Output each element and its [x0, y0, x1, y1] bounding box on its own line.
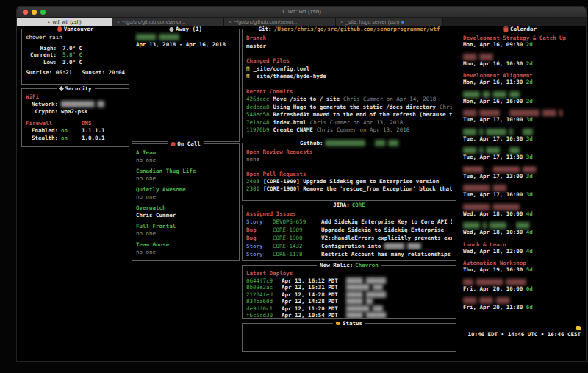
- tab-close-icon[interactable]: ×: [229, 19, 232, 24]
- issue-type: Story: [246, 218, 273, 226]
- firewall-dns-columns: Firewall Enabled: on Stealth: on DNS 1.1…: [26, 120, 125, 142]
- team-member: no one: [136, 175, 235, 182]
- tab-close-icon[interactable]: ×: [117, 19, 120, 24]
- issue-type: Bug: [246, 234, 273, 242]
- oncall-team: Quietly Awesome no one: [136, 186, 235, 200]
- weather-sun-row: Sunrise: 06:21 Sunset: 20:04: [26, 69, 125, 77]
- calendar-event: ████ ████ ████Fri, Apr 20, 11:30 6d: [463, 297, 577, 310]
- commit-hash: 426dcee: [246, 96, 270, 102]
- deploy-row: 0644f7c9Apr 13, 16:12 PDT█████ ██████: [246, 277, 452, 285]
- close-window-button[interactable]: [23, 10, 28, 15]
- weather-current-label: Current:: [26, 51, 57, 59]
- issue-summary-text: Configuration into: [321, 243, 381, 249]
- weather-low-row: Low: 3.0° C: [26, 59, 125, 66]
- deploy-author-redacted: █████ ██: [346, 298, 373, 305]
- event-datetime: Tue, Apr 17, 13:00 3d: [463, 173, 577, 180]
- event-days-until: 5d: [526, 266, 533, 273]
- event-datetime: Mon, Apr 16, 16:00 2d: [463, 98, 577, 104]
- jira-issue-row: BugCORE-1900V2::HandleErrors explicitly …: [246, 234, 452, 242]
- event-datetime: Mon, Apr 16, 09:30 2d: [463, 41, 577, 48]
- review-requests-empty: none: [246, 156, 452, 163]
- status-body-empty: [243, 324, 456, 351]
- status-panel-title: Status: [333, 320, 365, 327]
- deploy-time: Apr 12, 10:54 PDT: [282, 312, 346, 318]
- security-title: Security: [65, 85, 91, 92]
- away-title: Away (1): [176, 26, 202, 32]
- event-days-until: 2d: [526, 79, 533, 85]
- file-status-flag: M: [246, 65, 250, 72]
- sunset-time: 20:04: [108, 69, 125, 76]
- team-name: Canadian Thug Life: [136, 168, 235, 175]
- zoom-window-button[interactable]: [40, 10, 46, 15]
- commit-message: Using Hugo to generate the static /docs …: [273, 104, 436, 110]
- tab-label: wtf: wtf (zsh): [52, 19, 81, 24]
- oncall-panel: On Call A Team no one Canadian Thug Life…: [132, 143, 240, 261]
- event-datetime: Thu, Apr 19, 16:30 5d: [463, 266, 577, 273]
- calendar-event: ██████ - ████████ ████Tue, Apr 17, 13:00…: [463, 166, 577, 180]
- clock-icon: [576, 326, 581, 330]
- event-date: Mon, Apr 16, 11:30: [463, 79, 523, 85]
- changed-files-header: Changed Files: [246, 57, 452, 65]
- changed-file: M_site/themes/hyde-hyde: [246, 73, 452, 81]
- calendar-event: ████ █ ████ - ███Tue, Apr 17, 11:30 3d: [463, 147, 577, 160]
- jira-issue-row: BugCORE-1909Upgrade Sidekiq to Sidekiq E…: [246, 226, 452, 234]
- tab-close-icon[interactable]: ×: [340, 19, 343, 24]
- event-days-until: 6d: [526, 304, 533, 310]
- jira-title-label: JIRA:: [333, 202, 350, 208]
- tab-senor-2[interactable]: × ~/go/src/github.com/senor...: [224, 18, 336, 26]
- tab-label: ~/go/src/github.com/senor...: [122, 19, 185, 24]
- pull-request-row: 2381[CORE-1900] Remove the 'rescue_from …: [246, 185, 452, 193]
- weather-icon: [57, 26, 62, 32]
- event-days-until: 2d: [526, 98, 533, 104]
- tab-senor-1[interactable]: × ~/go/src/github.com/senor...: [112, 18, 224, 26]
- deploy-author-redacted: █████ ██████: [346, 291, 386, 299]
- jira-issue-row: StoryCORE-1178Restrict Account has_many …: [246, 250, 452, 258]
- event-datetime: Wed, Apr 18, 10:30 4d: [463, 229, 577, 235]
- team-member: no one: [136, 193, 235, 201]
- event-date: Wed, Apr 18, 10:30: [463, 229, 523, 235]
- event-title: ███ ████████ ██████: [463, 279, 577, 285]
- event-days-until: 3d: [526, 191, 533, 198]
- issue-summary: Restrict Account has_many relationships …: [321, 250, 452, 258]
- commit-message: RefreshedAt moved to the end of the refr…: [273, 111, 452, 118]
- commit-message: index.html: [273, 119, 306, 126]
- deploy-author-redacted: █████ ██████: [346, 277, 386, 285]
- sunset: Sunset: 20:04: [82, 69, 125, 77]
- commit-row: 7e1ac48index.htmlChris Cummer on Apr 13,…: [246, 119, 452, 127]
- minimize-window-button[interactable]: [32, 10, 37, 15]
- event-datetime: Fri, Apr 20, 10:00 6d: [463, 285, 577, 292]
- issue-key: CORE-1909: [273, 226, 321, 234]
- jira-issue-row: StoryCORE-1432Configuration into ██████ …: [246, 242, 452, 250]
- tab-hugo-server[interactable]: × _site: hugo server (zsh): [336, 18, 443, 26]
- tab-wtf[interactable]: × wtf: wtf (zsh): [17, 18, 112, 26]
- crypto-label: Crypto:: [26, 108, 58, 116]
- pr-title: [CORE-1900] Remove the 'rescue_from Exce…: [263, 185, 452, 192]
- terminal-content: Vancouver shower rain High: 7.0° C Curre…: [17, 27, 586, 361]
- deploy-hash: de9df0c1: [246, 305, 282, 313]
- commit-hash: 548ed58: [246, 111, 270, 118]
- oncall-title: On Call: [177, 141, 201, 147]
- deploy-row: 21204fedApr 12, 14:28 PDT█████ ██████: [246, 291, 452, 299]
- team-member: no one: [136, 230, 235, 238]
- sunrise-time: 06:21: [56, 69, 73, 76]
- pr-title: [CORE-1909] Upgrade Sidekiq gem to Enter…: [263, 178, 439, 185]
- tab-label: _site: hugo server (zsh): [345, 19, 399, 24]
- pull-request-row: 2403[CORE-1909] Upgrade Sidekiq gem to E…: [246, 178, 452, 185]
- event-date: Mon, Apr 16, 10:30: [463, 60, 523, 67]
- file-name: _site/themes/hyde-hyde: [254, 73, 326, 79]
- firewall-stealth-row: Stealth: on: [26, 135, 82, 142]
- event-title: ████ █ ██████ █ - ███: [463, 129, 577, 135]
- issue-summary-text: Add Sidekiq Enterprise Key to Core API I…: [321, 219, 452, 225]
- team-name: Team Goose: [136, 241, 235, 249]
- deploy-time: Apr 12, 11:20 PDT: [282, 305, 346, 313]
- open-review-requests-header: Open Review Requests: [246, 149, 452, 156]
- dns-header: DNS: [82, 120, 125, 127]
- firewall-enabled-row: Enabled: on: [26, 127, 82, 135]
- tab-close-icon[interactable]: ×: [47, 19, 50, 24]
- issue-type: Story: [246, 242, 273, 250]
- event-datetime: Tue, Apr 17, 11:30 3d: [463, 154, 577, 160]
- event-title: ████ ████: [463, 54, 577, 60]
- event-date: Mon, Apr 16, 16:00: [463, 98, 523, 104]
- security-icon: [58, 86, 63, 91]
- commit-meta: Chris Cummer: [440, 104, 452, 110]
